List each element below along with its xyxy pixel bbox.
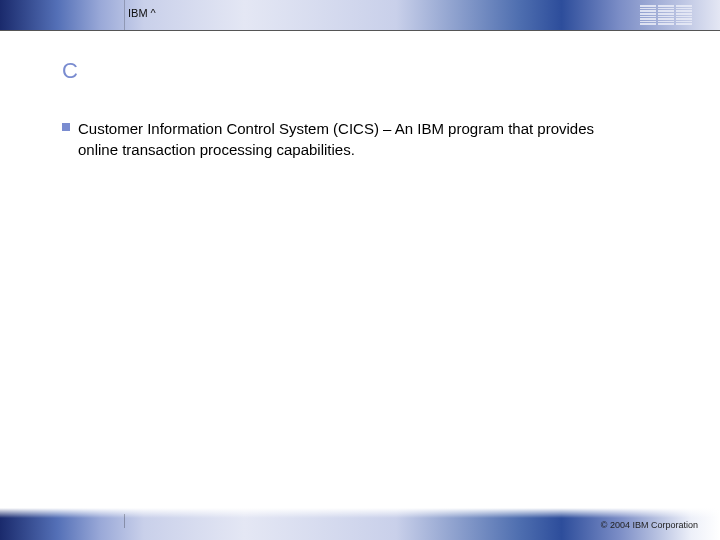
ibm-logo-icon [640, 5, 692, 25]
list-item: Customer Information Control System (CIC… [62, 118, 660, 160]
bullet-text: Customer Information Control System (CIC… [78, 118, 638, 160]
header-band: IBM ^ [0, 0, 720, 30]
page-title: C [62, 58, 78, 84]
header-product-label: IBM ^ [128, 7, 156, 19]
slide: IBM ^ C Customer Information Control Sys… [0, 0, 720, 540]
header-divider [124, 0, 125, 30]
bullet-square-icon [62, 123, 70, 131]
footer-band: © 2004 IBM Corporation [0, 508, 720, 540]
content-area: Customer Information Control System (CIC… [62, 118, 660, 160]
copyright-text: © 2004 IBM Corporation [601, 520, 698, 530]
footer-divider [124, 514, 125, 528]
